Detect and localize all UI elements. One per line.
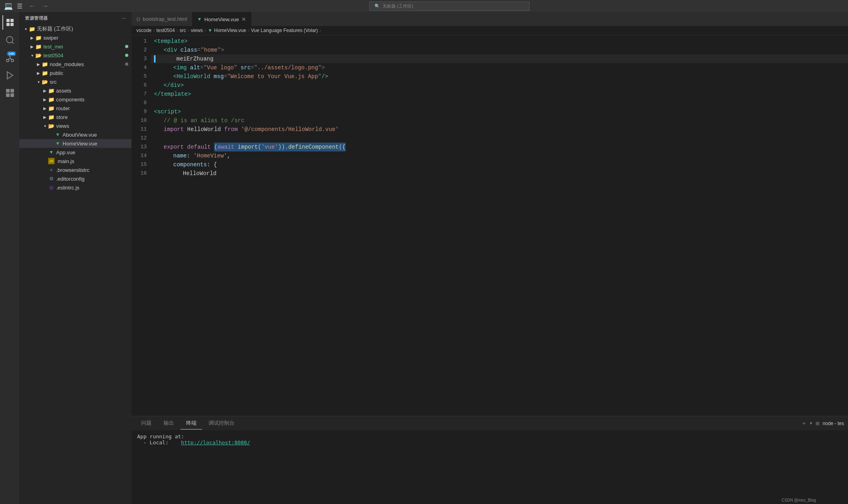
tab-debug-console[interactable]: 调试控制台 — [203, 417, 240, 429]
forward-button[interactable]: → — [40, 2, 51, 10]
code-line-13: export default ( await import ( 'vue' ))… — [151, 143, 848, 151]
debug-console-label: 调试控制台 — [208, 420, 235, 426]
mainjs-label: main.js — [58, 158, 74, 164]
breadcrumb-src: src — [180, 28, 186, 33]
list-file-icon: ≡ — [48, 167, 55, 173]
js-file-icon: JS — [48, 158, 55, 164]
workspace-root[interactable]: ▾ 📁 无标题 (工作区) — [19, 24, 132, 33]
terminal-content[interactable]: App running at: - Local: http://localhos… — [132, 430, 848, 504]
workspace-arrow: ▾ — [22, 26, 29, 32]
sidebar-item-eslintrc[interactable]: ▶ ◎ .eslintrc.js — [19, 183, 132, 192]
sidebar-item-mainjs[interactable]: ▶ JS main.js — [19, 157, 132, 165]
add-terminal-icon[interactable]: ＋ — [801, 420, 807, 427]
breadcrumb-vue-icon: ▼ — [208, 28, 213, 33]
sidebar-item-node-modules[interactable]: ▶ 📁 node_modules — [19, 60, 132, 69]
tab-output[interactable]: 输出 — [158, 417, 180, 429]
code-line-10: // @ is an alias to /src — [151, 116, 848, 125]
activity-explorer[interactable] — [2, 15, 17, 30]
breadcrumb-sep2: › — [176, 28, 178, 33]
terminal-split-icon[interactable]: ⊞ — [816, 421, 820, 426]
sidebar-header-icons: ··· — [121, 16, 126, 21]
terminal-chevron-icon[interactable]: ▾ — [810, 421, 812, 426]
test-mei-label: test_mei — [43, 44, 63, 50]
activity-extensions[interactable] — [2, 86, 17, 100]
svg-rect-3 — [10, 23, 14, 26]
code-content[interactable]: <template> <div class =" home "> meiErZh… — [151, 35, 848, 416]
folder-closed-icon: 📁 — [35, 34, 42, 41]
sidebar-item-public[interactable]: ▶ 📁 public — [19, 69, 132, 77]
code-editor[interactable]: 1 2 3 4 5 6 7 8 9 10 11 12 13 14 15 16 — [132, 35, 848, 416]
sidebar-item-store[interactable]: ▶ 📁 store — [19, 113, 132, 121]
activity-debug[interactable] — [2, 68, 17, 83]
svg-point-8 — [11, 59, 14, 62]
svg-rect-2 — [6, 23, 10, 26]
folder-assets-icon: 📁 — [48, 87, 55, 94]
test0504-dot — [125, 54, 128, 57]
test-mei-dot — [125, 45, 128, 48]
sidebar-item-test-mei[interactable]: ▶ 📁 test_mei — [19, 42, 132, 51]
sidebar-item-editorconfig[interactable]: ▶ ⚙ .editorconfig — [19, 174, 132, 183]
panel-tab-actions: ＋ ▾ ⊞ node - tes — [801, 420, 844, 427]
tab-close-button[interactable]: ✕ — [241, 16, 246, 22]
sidebar-item-assets[interactable]: ▶ 📁 assets — [19, 86, 132, 95]
sidebar-item-aboutview[interactable]: ▶ ▼ AboutView.vue — [19, 130, 132, 139]
bottom-panel: 问题 输出 终端 调试控制台 ＋ ▾ ⊞ node - tes — [132, 416, 848, 504]
store-arrow: ▶ — [42, 114, 48, 120]
sidebar: 资源管理器 ··· ▾ 📁 无标题 (工作区) ▶ 📁 swiper — [19, 12, 132, 504]
back-button[interactable]: ← — [26, 2, 38, 10]
line-numbers: 1 2 3 4 5 6 7 8 9 10 11 12 13 14 15 16 — [132, 35, 151, 416]
sidebar-item-components[interactable]: ▶ 📁 components — [19, 95, 132, 104]
sidebar-item-test0504[interactable]: ▾ 📂 test0504 — [19, 51, 132, 60]
more-options-icon[interactable]: ··· — [121, 16, 126, 21]
folder-icon: 📁 — [29, 26, 35, 32]
svg-marker-12 — [7, 72, 13, 79]
search-label: 无标题 (工作区) — [383, 3, 413, 9]
sidebar-item-router[interactable]: ▶ 📁 router — [19, 104, 132, 113]
views-arrow: ▾ — [42, 123, 48, 129]
source-control-badge: 10K — [7, 51, 16, 56]
editor-area: ⟨⟩ bootstrap_test.html ▼ HomeView.vue ✕ … — [132, 12, 848, 504]
svg-point-4 — [6, 36, 13, 43]
terminal-localhost-link[interactable]: http://localhost:8080/ — [181, 439, 250, 446]
code-line-15: components : { — [151, 160, 848, 169]
sidebar-item-browserslistrc[interactable]: ▶ ≡ .browserslistrc — [19, 165, 132, 174]
panel-tabs: 问题 输出 终端 调试控制台 ＋ ▾ ⊞ node - tes — [132, 416, 848, 430]
tab-bar: ⟨⟩ bootstrap_test.html ▼ HomeView.vue ✕ — [132, 12, 848, 26]
title-search-box[interactable]: 🔍 无标题 (工作区) — [369, 2, 530, 11]
tab-bootstrap-label: bootstrap_test.html — [143, 16, 187, 22]
code-line-6: </div> — [151, 81, 848, 90]
folder-router-icon: 📁 — [48, 105, 55, 111]
test-mei-arrow: ▶ — [29, 43, 35, 50]
sidebar-item-homeview[interactable]: ▶ ▼ HomeView.vue — [19, 139, 132, 148]
svg-line-10 — [8, 58, 10, 59]
sidebar-item-views[interactable]: ▾ 📂 views — [19, 121, 132, 130]
activity-search[interactable] — [2, 33, 17, 47]
folder-public-icon: 📁 — [42, 70, 48, 76]
svg-line-11 — [10, 58, 12, 59]
tab-bootstrap[interactable]: ⟨⟩ bootstrap_test.html — [132, 12, 192, 26]
tab-problems[interactable]: 问题 — [136, 417, 157, 429]
activity-bar: 10K — [0, 12, 19, 504]
file-tree: ▾ 📁 无标题 (工作区) ▶ 📁 swiper ▶ 📁 test_mei — [19, 24, 132, 504]
code-line-14: name : 'HomeView' , — [151, 151, 848, 160]
menu-icon[interactable]: ☰ — [17, 2, 22, 10]
code-line-1: <template> — [151, 37, 848, 46]
activity-source-control[interactable]: 10K — [2, 50, 17, 65]
breadcrumb-arrow: › — [320, 28, 321, 33]
html-tab-icon: ⟨⟩ — [136, 16, 140, 22]
sidebar-item-src[interactable]: ▾ 📂 src — [19, 77, 132, 86]
sidebar-title: 资源管理器 — [25, 15, 48, 21]
gear-file-icon: ⚙ — [48, 175, 55, 182]
eslintrc-label: .eslintrc.js — [56, 185, 79, 191]
sidebar-header: 资源管理器 ··· — [19, 12, 132, 24]
code-line-7: </template> — [151, 90, 848, 99]
vue-tab-icon: ▼ — [197, 16, 202, 22]
tab-terminal[interactable]: 终端 — [180, 417, 202, 429]
tab-homeview[interactable]: ▼ HomeView.vue ✕ — [192, 12, 251, 26]
code-line-5: <HelloWorld msg =" Welcome to Your Vue.j… — [151, 72, 848, 81]
code-line-12 — [151, 134, 848, 143]
breadcrumb-sep3: › — [188, 28, 189, 33]
sidebar-item-appvue[interactable]: ▶ ▼ App.vue — [19, 148, 132, 157]
sidebar-item-swiper[interactable]: ▶ 📁 swiper — [19, 33, 132, 42]
svg-rect-13 — [6, 89, 10, 93]
